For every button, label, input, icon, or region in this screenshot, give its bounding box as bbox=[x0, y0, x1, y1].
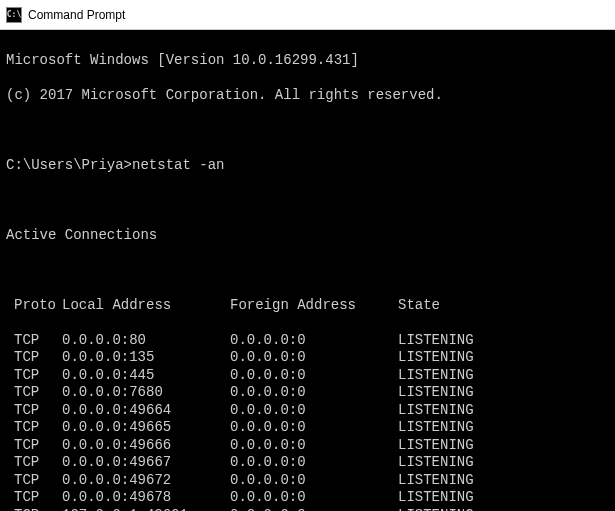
cell-foreign: 0.0.0.0:0 bbox=[230, 472, 398, 490]
table-row: TCP0.0.0.0:1350.0.0.0:0LISTENING bbox=[6, 349, 609, 367]
cell-proto: TCP bbox=[6, 472, 62, 490]
section-title: Active Connections bbox=[6, 227, 609, 245]
cell-proto: TCP bbox=[6, 507, 62, 512]
cell-proto: TCP bbox=[6, 402, 62, 420]
cell-local: 0.0.0.0:445 bbox=[62, 367, 230, 385]
cell-foreign: 0.0.0.0:0 bbox=[230, 367, 398, 385]
cell-proto: TCP bbox=[6, 419, 62, 437]
cell-proto: TCP bbox=[6, 489, 62, 507]
banner-line-2: (c) 2017 Microsoft Corporation. All righ… bbox=[6, 87, 609, 105]
cell-proto: TCP bbox=[6, 454, 62, 472]
cell-state: LISTENING bbox=[398, 384, 609, 402]
table-header-row: Proto Local Address Foreign Address Stat… bbox=[6, 297, 609, 315]
cell-state: LISTENING bbox=[398, 349, 609, 367]
banner-line-1: Microsoft Windows [Version 10.0.16299.43… bbox=[6, 52, 609, 70]
table-row: TCP0.0.0.0:496670.0.0.0:0LISTENING bbox=[6, 454, 609, 472]
table-row: TCP0.0.0.0:496660.0.0.0:0LISTENING bbox=[6, 437, 609, 455]
header-state: State bbox=[398, 297, 609, 315]
cell-state: LISTENING bbox=[398, 454, 609, 472]
table-row: TCP0.0.0.0:496650.0.0.0:0LISTENING bbox=[6, 419, 609, 437]
terminal-output[interactable]: Microsoft Windows [Version 10.0.16299.43… bbox=[0, 30, 615, 511]
cell-local: 0.0.0.0:7680 bbox=[62, 384, 230, 402]
blank-line bbox=[6, 262, 609, 280]
table-row: TCP0.0.0.0:496640.0.0.0:0LISTENING bbox=[6, 402, 609, 420]
cell-local: 0.0.0.0:80 bbox=[62, 332, 230, 350]
cell-foreign: 0.0.0.0:0 bbox=[230, 332, 398, 350]
blank-line bbox=[6, 192, 609, 210]
cell-foreign: 0.0.0.0:0 bbox=[230, 384, 398, 402]
cell-local: 0.0.0.0:135 bbox=[62, 349, 230, 367]
prompt-line: C:\Users\Priya>netstat -an bbox=[6, 157, 609, 175]
window-title-bar[interactable]: C:\ Command Prompt bbox=[0, 0, 615, 30]
table-body: TCP0.0.0.0:800.0.0.0:0LISTENINGTCP0.0.0.… bbox=[6, 332, 609, 512]
cmd-icon: C:\ bbox=[6, 7, 22, 23]
cell-state: LISTENING bbox=[398, 402, 609, 420]
cell-state: LISTENING bbox=[398, 507, 609, 512]
header-foreign: Foreign Address bbox=[230, 297, 398, 315]
prompt-command: netstat -an bbox=[132, 157, 224, 173]
table-row: TCP127.0.0.1:496910.0.0.0:0LISTENING bbox=[6, 507, 609, 512]
cell-proto: TCP bbox=[6, 384, 62, 402]
table-row: TCP0.0.0.0:4450.0.0.0:0LISTENING bbox=[6, 367, 609, 385]
cell-proto: TCP bbox=[6, 349, 62, 367]
table-row: TCP0.0.0.0:496720.0.0.0:0LISTENING bbox=[6, 472, 609, 490]
cell-local: 0.0.0.0:49664 bbox=[62, 402, 230, 420]
cell-state: LISTENING bbox=[398, 367, 609, 385]
cell-proto: TCP bbox=[6, 437, 62, 455]
cell-foreign: 0.0.0.0:0 bbox=[230, 507, 398, 512]
prompt-path: C:\Users\Priya> bbox=[6, 157, 132, 173]
cell-state: LISTENING bbox=[398, 437, 609, 455]
cell-foreign: 0.0.0.0:0 bbox=[230, 437, 398, 455]
table-row: TCP0.0.0.0:76800.0.0.0:0LISTENING bbox=[6, 384, 609, 402]
blank-line bbox=[6, 122, 609, 140]
header-proto: Proto bbox=[6, 297, 62, 315]
cell-proto: TCP bbox=[6, 332, 62, 350]
table-row: TCP0.0.0.0:800.0.0.0:0LISTENING bbox=[6, 332, 609, 350]
cell-local: 0.0.0.0:49665 bbox=[62, 419, 230, 437]
cell-foreign: 0.0.0.0:0 bbox=[230, 419, 398, 437]
cell-local: 0.0.0.0:49678 bbox=[62, 489, 230, 507]
cell-foreign: 0.0.0.0:0 bbox=[230, 402, 398, 420]
cell-local: 0.0.0.0:49666 bbox=[62, 437, 230, 455]
cell-local: 127.0.0.1:49691 bbox=[62, 507, 230, 512]
cell-state: LISTENING bbox=[398, 489, 609, 507]
window-title: Command Prompt bbox=[28, 8, 125, 22]
cell-state: LISTENING bbox=[398, 332, 609, 350]
cell-foreign: 0.0.0.0:0 bbox=[230, 454, 398, 472]
cmd-icon-glyph: C:\ bbox=[7, 10, 21, 19]
header-local: Local Address bbox=[62, 297, 230, 315]
cell-proto: TCP bbox=[6, 367, 62, 385]
cell-state: LISTENING bbox=[398, 472, 609, 490]
cell-local: 0.0.0.0:49672 bbox=[62, 472, 230, 490]
table-row: TCP0.0.0.0:496780.0.0.0:0LISTENING bbox=[6, 489, 609, 507]
cell-local: 0.0.0.0:49667 bbox=[62, 454, 230, 472]
cell-state: LISTENING bbox=[398, 419, 609, 437]
cell-foreign: 0.0.0.0:0 bbox=[230, 349, 398, 367]
cell-foreign: 0.0.0.0:0 bbox=[230, 489, 398, 507]
